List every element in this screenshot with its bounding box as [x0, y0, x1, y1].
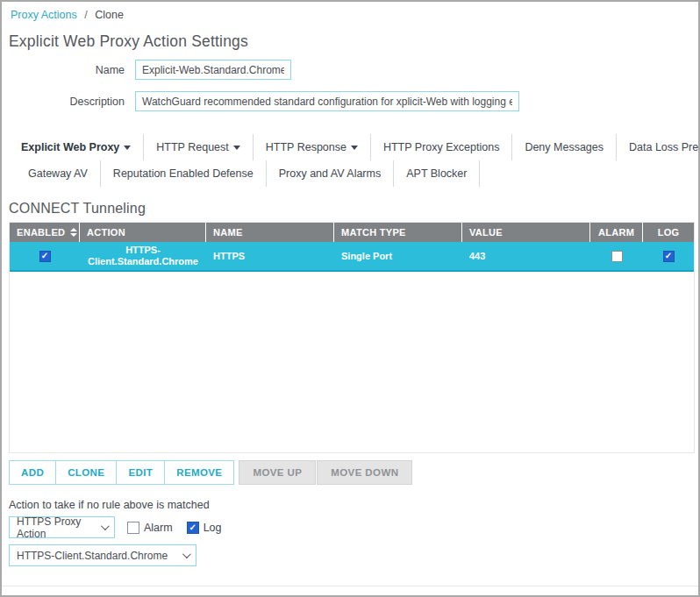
- no-rule-matched-label: Action to take if no rule above is match…: [9, 499, 698, 511]
- breadcrumb: Proxy Actions / Clone: [2, 2, 698, 21]
- tab-label: Gateway AV: [28, 167, 88, 180]
- tab-reputation-enabled-defense[interactable]: Reputation Enabled Defense: [101, 160, 267, 187]
- name-input[interactable]: [135, 60, 291, 80]
- alarm-cell: [590, 242, 643, 270]
- name-form-row: Name: [2, 60, 698, 80]
- tab-label: APT Blocker: [406, 167, 467, 180]
- edit-button[interactable]: EDIT: [116, 460, 165, 485]
- tab-label: Proxy and AV Alarms: [279, 167, 382, 180]
- tab-label: Deny Messages: [525, 141, 604, 153]
- tab-proxy-and-av-alarms[interactable]: Proxy and AV Alarms: [267, 160, 395, 187]
- chevron-down-icon: [101, 522, 110, 530]
- table-header-row: ENABLED ACTION NAME MATCH TYPE VALUE ALA…: [10, 223, 694, 242]
- tab-label: HTTP Response: [266, 141, 346, 153]
- no-rule-action-select[interactable]: HTTPS Proxy Action: [9, 516, 115, 538]
- fallback-log-label: Log: [204, 522, 222, 534]
- tab-label: Reputation Enabled Defense: [113, 167, 254, 180]
- chevron-down-icon: [182, 550, 191, 558]
- tab-explicit-web-proxy[interactable]: Explicit Web Proxy: [9, 134, 144, 160]
- breadcrumb-separator: /: [84, 9, 87, 21]
- fallback-log-option[interactable]: Log: [187, 522, 222, 534]
- page-title: Explicit Web Proxy Action Settings: [9, 32, 698, 51]
- name-cell: HTTPS: [206, 242, 334, 270]
- connect-tunneling-section-title: CONNECT Tunneling: [9, 201, 698, 217]
- tab-label: Data Loss Prevention: [629, 141, 700, 153]
- log-checkbox[interactable]: [663, 251, 675, 262]
- footer-divider: [2, 586, 698, 586]
- add-button[interactable]: ADD: [9, 460, 56, 485]
- clone-button[interactable]: CLONE: [55, 460, 117, 485]
- enabled-checkbox[interactable]: [39, 251, 51, 262]
- action-cell: HTTPS-Client.Standard.Chrome: [80, 242, 206, 270]
- column-header-label: ENABLED: [17, 227, 65, 238]
- alarm-checkbox[interactable]: [611, 251, 623, 262]
- enabled-cell: [10, 242, 80, 270]
- tab-label: HTTP Proxy Exceptions: [383, 141, 499, 153]
- selected-option-label: HTTPS-Client.Standard.Chrome: [17, 550, 168, 562]
- tab-label: HTTP Request: [156, 141, 228, 153]
- caret-down-icon: [124, 146, 131, 150]
- match-type-cell: Single Port: [334, 242, 462, 270]
- table-row[interactable]: HTTPS-Client.Standard.Chrome HTTPS Singl…: [10, 242, 694, 272]
- column-header-log[interactable]: LOG: [643, 223, 694, 242]
- remove-button[interactable]: REMOVE: [164, 460, 234, 485]
- fallback-log-checkbox[interactable]: [187, 522, 199, 534]
- column-header-action[interactable]: ACTION: [80, 223, 206, 242]
- tab-gateway-av[interactable]: Gateway AV: [16, 160, 101, 187]
- caret-down-icon: [233, 146, 240, 150]
- no-rule-matched-controls: HTTPS Proxy Action Alarm Log: [9, 516, 698, 538]
- tab-http-response[interactable]: HTTP Response: [254, 134, 371, 160]
- log-cell: [643, 242, 694, 270]
- column-header-alarm[interactable]: ALARM: [590, 223, 643, 242]
- column-header-enabled[interactable]: ENABLED: [10, 223, 80, 242]
- value-cell: 443: [462, 242, 590, 270]
- breadcrumb-link-proxy-actions[interactable]: Proxy Actions: [11, 9, 77, 21]
- rule-edit-button-group: ADD CLONE EDIT REMOVE: [9, 460, 233, 485]
- move-up-button[interactable]: MOVE UP: [239, 460, 316, 485]
- selected-option-label: HTTPS Proxy Action: [17, 515, 94, 540]
- description-label: Description: [2, 91, 125, 108]
- tab-data-loss-prevention[interactable]: Data Loss Prevention: [617, 134, 700, 160]
- description-form-row: Description: [2, 91, 698, 111]
- fallback-alarm-label: Alarm: [144, 522, 173, 534]
- tab-http-proxy-exceptions[interactable]: HTTP Proxy Exceptions: [371, 134, 512, 160]
- tabs-row-2: Gateway AV Reputation Enabled Defense Pr…: [16, 160, 698, 187]
- connect-tunneling-table: ENABLED ACTION NAME MATCH TYPE VALUE ALA…: [9, 222, 695, 453]
- proxy-action-settings-page: Proxy Actions / Clone Explicit Web Proxy…: [0, 0, 700, 597]
- caret-down-icon: [351, 146, 358, 150]
- tab-deny-messages[interactable]: Deny Messages: [512, 134, 617, 160]
- table-empty-area: [10, 272, 694, 452]
- tabs-row-1: Explicit Web Proxy HTTP Request HTTP Res…: [9, 134, 698, 160]
- column-header-name[interactable]: NAME: [206, 223, 334, 242]
- description-input[interactable]: [135, 91, 519, 111]
- tab-http-request[interactable]: HTTP Request: [144, 134, 253, 160]
- move-down-button[interactable]: MOVE DOWN: [317, 460, 412, 485]
- rule-toolbar: ADD CLONE EDIT REMOVE MOVE UP MOVE DOWN: [9, 460, 698, 485]
- tab-apt-blocker[interactable]: APT Blocker: [394, 160, 480, 187]
- sort-icon: [70, 228, 77, 237]
- proxy-settings-tabs: Explicit Web Proxy HTTP Request HTTP Res…: [9, 134, 698, 187]
- tab-label: Explicit Web Proxy: [21, 141, 119, 153]
- column-header-value[interactable]: VALUE: [462, 223, 590, 242]
- proxy-action-select[interactable]: HTTPS-Client.Standard.Chrome: [9, 544, 196, 566]
- name-label: Name: [2, 60, 125, 76]
- breadcrumb-current: Clone: [95, 9, 124, 21]
- fallback-alarm-option[interactable]: Alarm: [127, 522, 173, 534]
- fallback-alarm-checkbox[interactable]: [127, 522, 139, 534]
- column-header-match-type[interactable]: MATCH TYPE: [334, 223, 462, 242]
